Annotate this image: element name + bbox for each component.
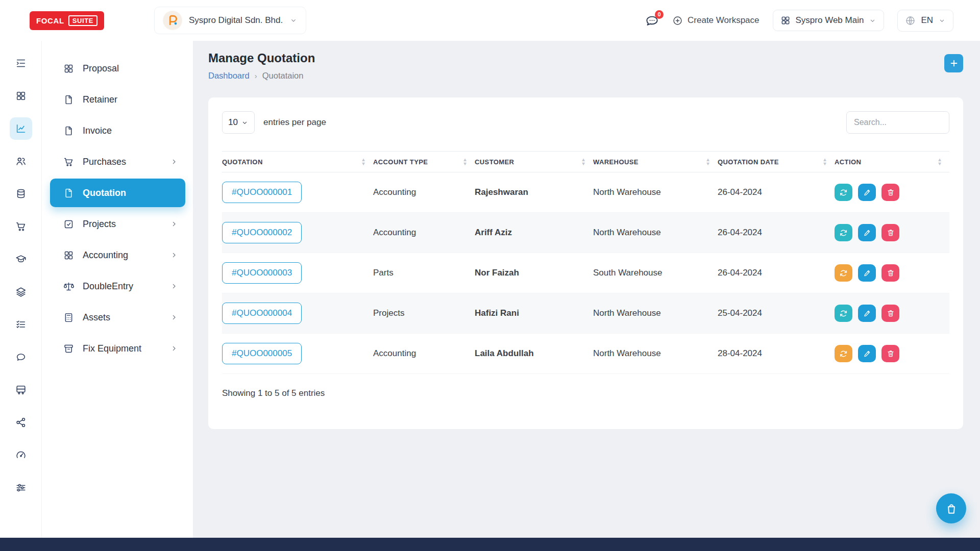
quotation-date-cell: 26-04-2024 xyxy=(718,172,835,213)
logo-text-secondary: SUITE xyxy=(68,15,97,26)
rail-item-purchasing[interactable] xyxy=(10,215,32,238)
chevron-right-icon xyxy=(170,344,178,353)
column-label: CUSTOMER xyxy=(475,158,514,166)
delete-button[interactable] xyxy=(881,305,899,322)
column-header-quotation[interactable]: QUOTATION▴▾ xyxy=(222,152,373,172)
chevron-right-icon xyxy=(170,313,178,321)
quotation-number-button[interactable]: #QUOO000003 xyxy=(222,262,302,284)
pencil-icon xyxy=(863,229,871,237)
sidebar-item-invoice[interactable]: Invoice xyxy=(50,116,185,145)
column-header-account-type[interactable]: ACCOUNT TYPE▴▾ xyxy=(373,152,475,172)
convert-button[interactable] xyxy=(835,345,852,362)
sidebar-item-label: Accounting xyxy=(83,250,128,261)
sync-icon xyxy=(839,188,848,197)
row-actions xyxy=(835,345,941,362)
create-workspace-button[interactable]: Create Workspace xyxy=(672,15,759,26)
edit-button[interactable] xyxy=(858,305,876,322)
breadcrumb-dashboard-link[interactable]: Dashboard xyxy=(208,71,250,81)
sidebar-item-fix-equipment[interactable]: Fix Equipment xyxy=(50,334,185,363)
delete-button[interactable] xyxy=(881,184,899,201)
header-actions: 0 Create Workspace Syspro Web Main EN xyxy=(645,10,980,32)
bus-icon xyxy=(15,384,27,395)
rail-item-apps[interactable] xyxy=(10,85,32,107)
sort-icon[interactable]: ▴▾ xyxy=(824,158,826,166)
workspace-selector[interactable]: Syspro Digital Sdn. Bhd. xyxy=(154,7,306,34)
language-selector[interactable]: EN xyxy=(897,10,953,32)
sidebar-item-projects[interactable]: Projects xyxy=(50,210,185,238)
sort-icon[interactable]: ▴▾ xyxy=(464,158,467,166)
add-quotation-button[interactable] xyxy=(944,54,963,72)
quotation-table: QUOTATION▴▾ ACCOUNT TYPE▴▾ CUSTOMER▴▾ WA… xyxy=(222,151,949,374)
main-content: Manage Quotation Dashboard › Quotataion … xyxy=(193,41,980,429)
quotation-number-button[interactable]: #QUOO000001 xyxy=(222,182,302,203)
column-header-quotation-date[interactable]: QUOTATION DATE▴▾ xyxy=(718,152,835,172)
workspace-name: Syspro Digital Sdn. Bhd. xyxy=(189,15,283,26)
sort-icon[interactable]: ▴▾ xyxy=(362,158,365,166)
rail-item-performance[interactable] xyxy=(10,444,32,466)
rail-item-integrations[interactable] xyxy=(10,411,32,434)
messages-button[interactable]: 0 xyxy=(645,14,659,28)
quotation-number-button[interactable]: #QUOO000005 xyxy=(222,343,302,364)
convert-button[interactable] xyxy=(835,264,852,282)
sidebar-item-retainer[interactable]: Retainer xyxy=(50,85,185,114)
sidebar-item-label: Fix Equipment xyxy=(83,343,141,354)
rail-item-hr[interactable] xyxy=(10,150,32,172)
edit-button[interactable] xyxy=(858,264,876,282)
column-header-customer[interactable]: CUSTOMER▴▾ xyxy=(475,152,593,172)
row-actions xyxy=(835,224,941,241)
layers-icon xyxy=(15,286,27,297)
apps-icon xyxy=(15,90,27,102)
delete-button[interactable] xyxy=(881,224,899,241)
quotation-number-button[interactable]: #QUOO000002 xyxy=(222,222,302,243)
quotation-date-cell: 26-04-2024 xyxy=(718,213,835,253)
convert-button[interactable] xyxy=(835,184,852,201)
column-label: ACTION xyxy=(835,158,861,166)
sort-icon[interactable]: ▴▾ xyxy=(939,158,941,166)
quotation-number-button[interactable]: #QUOO000004 xyxy=(222,303,302,324)
search-input[interactable] xyxy=(846,111,949,134)
rail-item-tasks[interactable] xyxy=(10,313,32,336)
sliders-icon xyxy=(15,482,27,493)
sidebar-item-purchases[interactable]: Purchases xyxy=(50,147,185,176)
delete-button[interactable] xyxy=(881,345,899,362)
convert-button[interactable] xyxy=(835,224,852,241)
rail-item-fleet[interactable] xyxy=(10,379,32,401)
site-selector[interactable]: Syspro Web Main xyxy=(773,10,885,31)
account-type-cell: Accounting xyxy=(373,334,475,374)
rail-item-finance[interactable] xyxy=(10,183,32,205)
rail-item-sales[interactable] xyxy=(10,117,32,140)
sales-chart-icon xyxy=(15,123,27,134)
column-header-warehouse[interactable]: WAREHOUSE▴▾ xyxy=(593,152,718,172)
warehouse-cell: North Warehouse xyxy=(593,293,718,334)
rail-item-education[interactable] xyxy=(10,248,32,270)
warehouse-cell: North Warehouse xyxy=(593,172,718,213)
account-type-cell: Parts xyxy=(373,253,475,293)
rail-item-settings[interactable] xyxy=(10,477,32,499)
sidebar-item-assets[interactable]: Assets xyxy=(50,303,185,332)
sidebar-item-proposal[interactable]: Proposal xyxy=(50,54,185,83)
focal-suite-logo[interactable]: FOCAL SUITE xyxy=(30,11,104,30)
sidebar-item-label: Retainer xyxy=(83,94,117,105)
column-label: WAREHOUSE xyxy=(593,158,639,166)
rail-item-menu-toggle[interactable] xyxy=(10,52,32,74)
rail-item-layers[interactable] xyxy=(10,281,32,303)
table-row: #QUOO000003 Parts Nor Faizah South Wareh… xyxy=(222,253,949,293)
sidebar-item-quotation[interactable]: Quotation xyxy=(50,179,185,207)
rail-item-chat[interactable] xyxy=(10,346,32,368)
column-header-action[interactable]: ACTION▴▾ xyxy=(835,152,949,172)
sidebar-item-accounting[interactable]: Accounting xyxy=(50,241,185,269)
delete-button[interactable] xyxy=(881,264,899,282)
plus-icon xyxy=(949,58,959,68)
sidebar-item-doubleentry[interactable]: DoubleEntry xyxy=(50,272,185,300)
edit-button[interactable] xyxy=(858,345,876,362)
shopping-bag-icon xyxy=(945,502,958,515)
convert-button[interactable] xyxy=(835,305,852,322)
circle-plus-icon xyxy=(672,15,683,26)
sort-icon[interactable]: ▴▾ xyxy=(582,158,585,166)
cart-fab[interactable] xyxy=(936,493,966,523)
entries-per-page-select[interactable]: 10 xyxy=(222,111,255,134)
edit-button[interactable] xyxy=(858,184,876,201)
sort-icon[interactable]: ▴▾ xyxy=(707,158,709,166)
edit-button[interactable] xyxy=(858,224,876,241)
pencil-icon xyxy=(863,269,871,277)
